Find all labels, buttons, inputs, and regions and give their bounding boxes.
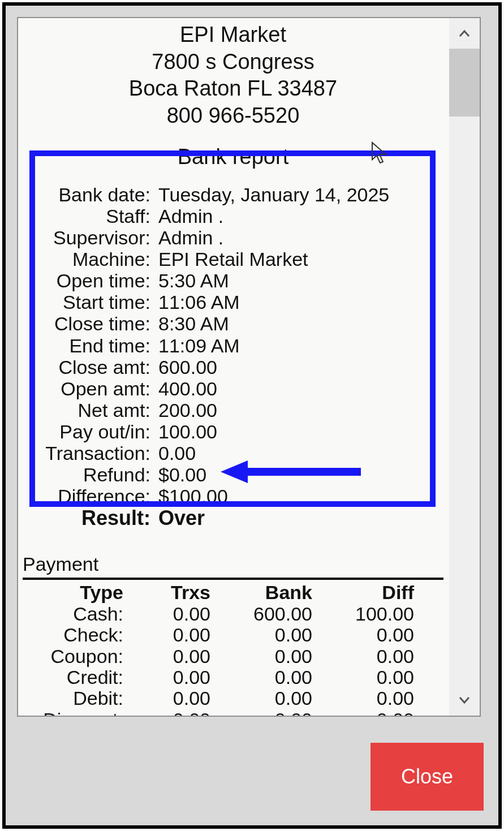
scroll-up-button[interactable] bbox=[449, 18, 480, 49]
store-address2: Boca Raton FL 33487 bbox=[18, 75, 448, 102]
payment-trxs: 0.00 bbox=[131, 625, 210, 645]
report-header: EPI Market 7800 s Congress Boca Raton FL… bbox=[18, 18, 448, 129]
payment-row: Discount:0.000.000.00 bbox=[18, 709, 448, 717]
window-frame: EPI Market 7800 s Congress Boca Raton FL… bbox=[2, 2, 502, 829]
detail-value: 8:30 AM bbox=[158, 313, 448, 334]
detail-label: Close amt: bbox=[18, 356, 158, 378]
report-pane: EPI Market 7800 s Congress Boca Raton FL… bbox=[17, 17, 481, 717]
payment-bank: 0.00 bbox=[210, 667, 312, 688]
payment-trxs: 0.00 bbox=[131, 667, 210, 688]
payment-row: Coupon:0.000.000.00 bbox=[18, 646, 448, 667]
payment-trxs: 0.00 bbox=[131, 709, 210, 717]
detail-row: Difference:$100.00 bbox=[18, 485, 448, 507]
detail-value: EPI Retail Market bbox=[158, 248, 448, 270]
detail-row: Transaction:0.00 bbox=[18, 442, 448, 464]
detail-value: Tuesday, January 14, 2025 bbox=[158, 184, 448, 205]
detail-row: Machine:EPI Retail Market bbox=[18, 248, 448, 270]
payment-row: Debit:0.000.000.00 bbox=[18, 688, 448, 709]
detail-value: 400.00 bbox=[158, 378, 448, 399]
payment-type: Debit: bbox=[18, 688, 131, 709]
scrollbar-track[interactable] bbox=[449, 18, 480, 716]
detail-row: Close amt:600.00 bbox=[18, 356, 448, 378]
payment-header-cell: Trxs bbox=[131, 582, 210, 603]
detail-value: 200.00 bbox=[158, 399, 448, 421]
payment-trxs: 0.00 bbox=[131, 688, 210, 709]
detail-label: Start time: bbox=[18, 291, 158, 313]
detail-label: Close time: bbox=[18, 313, 158, 334]
detail-value: Admin . bbox=[158, 205, 448, 227]
detail-row: Open amt:400.00 bbox=[18, 378, 448, 399]
detail-row: Refund:$0.00 bbox=[18, 464, 448, 485]
detail-label: Bank date: bbox=[18, 184, 158, 205]
payment-section-title: Payment bbox=[18, 553, 448, 575]
detail-row: Staff:Admin . bbox=[18, 205, 448, 227]
payment-diff: 0.00 bbox=[312, 625, 414, 645]
close-button-label: Close bbox=[401, 765, 453, 789]
payment-row: Credit:0.000.000.00 bbox=[18, 667, 448, 688]
close-button[interactable]: Close bbox=[371, 743, 484, 811]
result-label: Result: bbox=[18, 507, 158, 529]
payment-type: Discount: bbox=[18, 709, 131, 717]
detail-value: 100.00 bbox=[158, 421, 448, 442]
detail-label: Transaction: bbox=[18, 442, 158, 464]
detail-row: Supervisor:Admin . bbox=[18, 227, 448, 248]
payment-diff: 0.00 bbox=[312, 667, 414, 688]
scroll-down-button[interactable] bbox=[449, 685, 480, 716]
bank-details: Bank date:Tuesday, January 14, 2025Staff… bbox=[18, 184, 448, 529]
detail-label: Open time: bbox=[18, 270, 158, 291]
payment-diff: 100.00 bbox=[312, 604, 414, 625]
detail-label: Difference: bbox=[18, 485, 158, 507]
payment-bank: 0.00 bbox=[210, 646, 312, 667]
detail-label: Open amt: bbox=[18, 378, 158, 399]
detail-value: 5:30 AM bbox=[158, 270, 448, 291]
detail-label: Refund: bbox=[18, 464, 158, 485]
result-value: Over bbox=[158, 507, 448, 529]
payment-header-row: TypeTrxsBankDiff bbox=[18, 582, 448, 603]
payment-diff: 0.00 bbox=[312, 709, 414, 717]
store-phone: 800 966-5520 bbox=[18, 102, 448, 130]
payment-row: Cash:0.00600.00100.00 bbox=[18, 604, 448, 625]
detail-value: Admin . bbox=[158, 227, 448, 248]
detail-label: Supervisor: bbox=[18, 227, 158, 248]
payment-bank: 0.00 bbox=[210, 688, 312, 709]
detail-value: $100.00 bbox=[158, 485, 448, 507]
detail-row: Net amt:200.00 bbox=[18, 399, 448, 421]
store-address1: 7800 s Congress bbox=[18, 49, 448, 76]
payment-diff: 0.00 bbox=[312, 688, 414, 709]
payment-type: Cash: bbox=[18, 604, 131, 625]
payment-header-cell: Bank bbox=[210, 582, 312, 603]
detail-label: Machine: bbox=[18, 248, 158, 270]
payment-diff: 0.00 bbox=[312, 646, 414, 667]
report-title: Bank report bbox=[18, 145, 448, 169]
payment-trxs: 0.00 bbox=[131, 604, 210, 625]
payment-header-cell: Diff bbox=[312, 582, 414, 603]
detail-value: 11:06 AM bbox=[158, 291, 448, 313]
detail-value: $0.00 bbox=[158, 464, 448, 485]
payment-bank: 600.00 bbox=[210, 604, 312, 625]
payment-bank: 0.00 bbox=[210, 625, 312, 645]
report-content: EPI Market 7800 s Congress Boca Raton FL… bbox=[18, 18, 448, 717]
detail-label: Pay out/in: bbox=[18, 421, 158, 442]
detail-value: 11:09 AM bbox=[158, 335, 448, 356]
detail-value: 0.00 bbox=[158, 442, 448, 464]
payment-type: Check: bbox=[18, 625, 131, 645]
payment-trxs: 0.00 bbox=[131, 646, 210, 667]
detail-label: Net amt: bbox=[18, 399, 158, 421]
detail-row: Open time:5:30 AM bbox=[18, 270, 448, 291]
payment-row: Check:0.000.000.00 bbox=[18, 625, 448, 645]
detail-row: Pay out/in:100.00 bbox=[18, 421, 448, 442]
detail-value: 600.00 bbox=[158, 356, 448, 378]
payment-divider bbox=[23, 578, 443, 580]
detail-row: Start time:11:06 AM bbox=[18, 291, 448, 313]
detail-row: Close time:8:30 AM bbox=[18, 313, 448, 334]
detail-label: Staff: bbox=[18, 205, 158, 227]
store-name: EPI Market bbox=[18, 21, 448, 49]
detail-row: Bank date:Tuesday, January 14, 2025 bbox=[18, 184, 448, 205]
payment-table: TypeTrxsBankDiffCash:0.00600.00100.00Che… bbox=[18, 582, 448, 717]
payment-type: Coupon: bbox=[18, 646, 131, 667]
payment-header-cell: Type bbox=[18, 582, 131, 603]
result-row: Result:Over bbox=[18, 507, 448, 529]
payment-bank: 0.00 bbox=[210, 709, 312, 717]
payment-type: Credit: bbox=[18, 667, 131, 688]
scrollbar-thumb[interactable] bbox=[449, 49, 480, 117]
